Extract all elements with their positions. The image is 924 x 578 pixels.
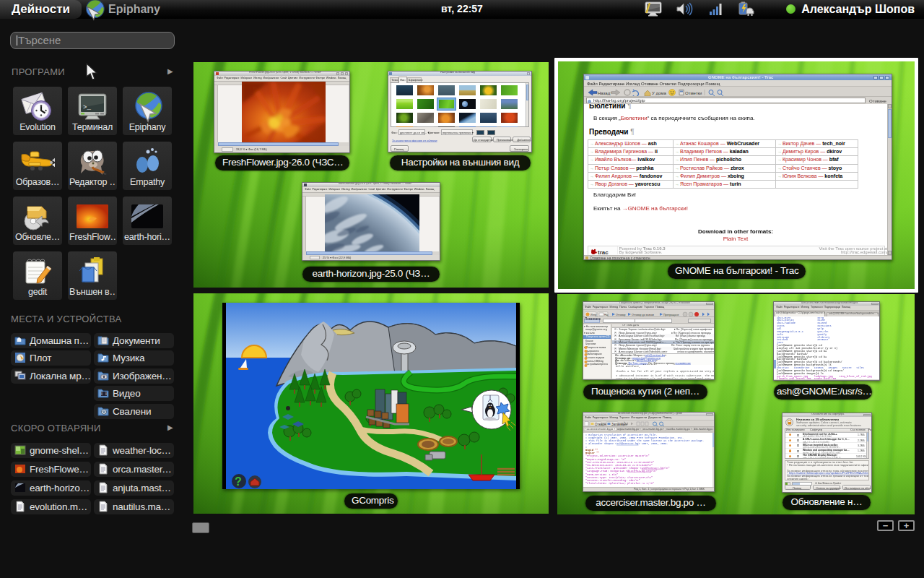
- svg-text:Отговор до всички: Отговор до всички: [632, 314, 654, 316]
- svg-text:Отметки: Отметки: [685, 90, 702, 95]
- svg-text:Нщ: Нщ: [604, 314, 609, 316]
- svg-text:?: ?: [235, 475, 242, 488]
- svg-text:Препращане: Препращане: [663, 314, 679, 316]
- svg-text:Изпр: Изпр: [590, 314, 596, 316]
- svg-text:>_: >_: [83, 104, 91, 111]
- svg-text:Назад: Назад: [598, 90, 611, 95]
- svg-text:Отговор: Отговор: [616, 314, 626, 316]
- svg-text:У дома: У дома: [652, 90, 666, 95]
- svg-text:trac: trac: [598, 249, 609, 255]
